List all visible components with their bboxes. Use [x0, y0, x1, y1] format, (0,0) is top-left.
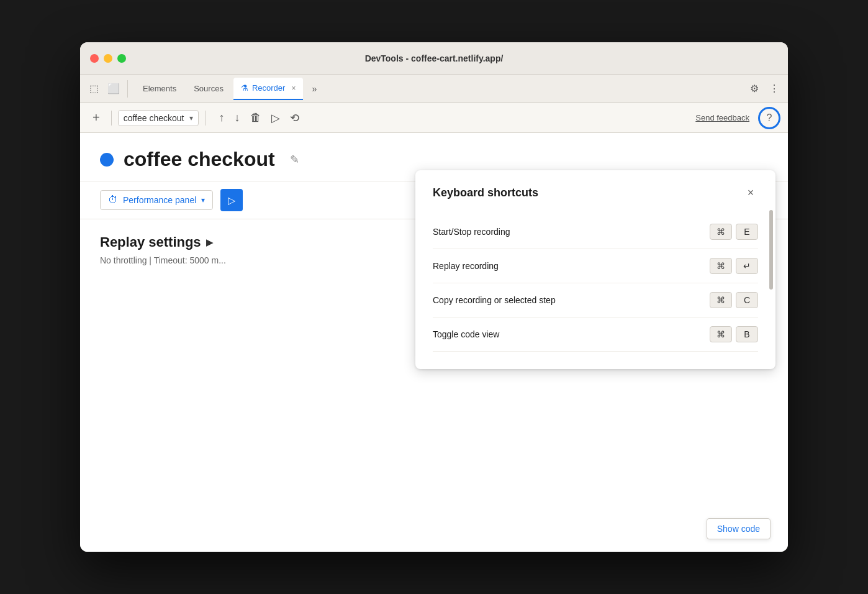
- keyboard-shortcuts-panel: Keyboard shortcuts × Start/Stop recordin…: [415, 170, 775, 369]
- recording-title: coffee checkout: [124, 148, 275, 171]
- recording-name-selector[interactable]: coffee checkout ▾: [118, 110, 199, 126]
- devtools-window: DevTools - coffee-cart.netlify.app/ ⬚ ⬜ …: [80, 42, 788, 552]
- tab-recorder[interactable]: ⚗ Recorder ×: [233, 78, 303, 100]
- record-button[interactable]: ⟲: [287, 109, 302, 127]
- shortcut-key-e: E: [736, 224, 758, 240]
- toolbar-divider-2: [205, 111, 206, 126]
- shortcut-keys-replay: ⌘ ↵: [710, 258, 758, 274]
- traffic-lights: [90, 54, 126, 63]
- shortcut-keys-toggle: ⌘ B: [710, 326, 758, 342]
- inspect-tool-button[interactable]: ⬜: [105, 80, 122, 98]
- shortcut-label-start-stop: Start/Stop recording: [433, 227, 510, 237]
- replay-settings-arrow-icon: ▶: [206, 237, 213, 247]
- main-content: coffee checkout ✎ ⏱ Performance panel ▾ …: [80, 133, 788, 552]
- shortcut-keys-copy: ⌘ C: [710, 292, 758, 308]
- settings-button[interactable]: ⚙: [746, 80, 763, 98]
- import-recording-button[interactable]: ↓: [232, 109, 243, 127]
- maximize-button[interactable]: [117, 54, 126, 63]
- shortcut-key-b: B: [736, 326, 758, 342]
- shortcut-key-cmd-3: ⌘: [710, 292, 732, 308]
- tab-right-icons: ⚙ ⋮: [746, 80, 783, 98]
- scroll-indicator: [769, 210, 773, 290]
- toolbar-actions: ↑ ↓ 🗑 ▷ ⟲: [217, 109, 302, 127]
- shortcuts-close-button[interactable]: ×: [743, 185, 758, 200]
- play-icon: ▷: [228, 194, 235, 206]
- close-tab-icon[interactable]: ×: [291, 84, 296, 93]
- more-tabs-icon: »: [312, 84, 317, 94]
- shortcut-row-copy: Copy recording or selected step ⌘ C: [433, 283, 758, 318]
- shortcut-row-start-stop: Start/Stop recording ⌘ E: [433, 215, 758, 249]
- more-options-button[interactable]: ⋮: [766, 80, 783, 98]
- send-feedback-link[interactable]: Send feedback: [695, 113, 749, 122]
- recording-name-text: coffee checkout: [124, 113, 184, 123]
- tab-bar: ⬚ ⬜ Elements Sources ⚗ Recorder × » ⚙ ⋮: [80, 75, 788, 103]
- toolbar-divider: [111, 111, 112, 126]
- cursor-icon: ⬚: [89, 83, 99, 94]
- shortcut-label-copy: Copy recording or selected step: [433, 295, 556, 305]
- performance-panel-label: Performance panel: [123, 195, 196, 205]
- window-title: DevTools - coffee-cart.netlify.app/: [365, 53, 504, 63]
- shortcut-key-cmd: ⌘: [710, 224, 732, 240]
- cursor-tool-button[interactable]: ⬚: [85, 80, 102, 98]
- inspect-icon: ⬜: [107, 83, 120, 94]
- shortcut-row-toggle: Toggle code view ⌘ B: [433, 318, 758, 352]
- tool-buttons: ⬚ ⬜: [85, 80, 128, 98]
- shortcut-row-replay: Replay recording ⌘ ↵: [433, 249, 758, 283]
- title-bar: DevTools - coffee-cart.netlify.app/: [80, 42, 788, 75]
- shortcut-key-enter: ↵: [736, 258, 758, 274]
- chevron-down-icon: ▾: [189, 114, 193, 122]
- shortcut-key-cmd-2: ⌘: [710, 258, 732, 274]
- delete-recording-button[interactable]: 🗑: [248, 109, 264, 127]
- replay-step-button[interactable]: ▷: [269, 109, 283, 127]
- recorder-flask-icon: ⚗: [241, 83, 248, 93]
- help-keyboard-shortcuts-button[interactable]: ?: [758, 107, 780, 129]
- tab-sources[interactable]: Sources: [186, 78, 231, 100]
- add-recording-button[interactable]: +: [88, 108, 105, 127]
- performance-panel-button[interactable]: ⏱ Performance panel ▾: [100, 190, 213, 210]
- performance-panel-icon: ⏱: [108, 194, 118, 206]
- shortcut-key-cmd-4: ⌘: [710, 326, 732, 342]
- gear-icon: ⚙: [750, 83, 759, 94]
- edit-title-icon[interactable]: ✎: [290, 153, 299, 167]
- help-icon: ?: [767, 112, 772, 124]
- minimize-button[interactable]: [104, 54, 112, 63]
- more-tabs-button[interactable]: »: [305, 80, 323, 98]
- recording-status-dot: [100, 153, 114, 167]
- show-code-button[interactable]: Show code: [707, 518, 771, 539]
- more-icon: ⋮: [769, 83, 779, 94]
- shortcut-key-c: C: [736, 292, 758, 308]
- export-recording-button[interactable]: ↑: [217, 109, 227, 127]
- shortcut-label-replay: Replay recording: [433, 261, 499, 271]
- shortcut-label-toggle: Toggle code view: [433, 329, 499, 339]
- close-button[interactable]: [90, 54, 99, 63]
- shortcut-keys-start-stop: ⌘ E: [710, 224, 758, 240]
- start-replay-button[interactable]: ▷: [220, 189, 243, 211]
- recorder-toolbar: + coffee checkout ▾ ↑ ↓ 🗑 ▷ ⟲ Send feedb…: [80, 103, 788, 133]
- shortcuts-header: Keyboard shortcuts ×: [433, 185, 758, 200]
- shortcuts-title: Keyboard shortcuts: [433, 186, 538, 199]
- tab-elements[interactable]: Elements: [135, 78, 184, 100]
- performance-panel-chevron-icon: ▾: [201, 196, 205, 204]
